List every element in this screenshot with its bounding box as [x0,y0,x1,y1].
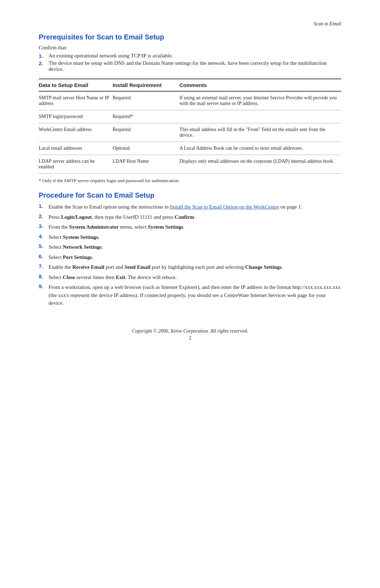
list-item-text: Select System Settings. [49,233,341,241]
table-row: SMTP mail server Host Name or IP address… [39,91,341,110]
list-item-num: 3. [39,223,49,229]
list-item: 1. An existing operational network using… [39,53,341,59]
list-item: 9. From a workstation, open up a web bro… [39,283,341,307]
list-item-text: Press Login/Logout, then type the UserID… [49,213,341,221]
list-item: 3. From the System Administrator menu, s… [39,223,341,231]
list-item: 6. Select Port Settings. [39,253,341,261]
cell-data: LDAP server address can be enabled [39,155,113,174]
list-item-num: 1. [39,203,49,209]
list-item-text: Select Close several times then Exit. Th… [49,273,341,281]
cell-requirement: Required [113,123,179,142]
list-item-num: 4. [39,233,49,239]
list-item-text: Enable the Scan to Email option using th… [49,203,341,211]
cell-data: WorkCentre Email address [39,123,113,142]
col-header-data: Data to Setup Email [39,79,113,91]
list-item-text: From the System Administrator menu, sele… [49,223,341,231]
footer-page-num: 2 [39,335,341,341]
confirm-text: Confirm that: [39,45,341,51]
list-item-text: Select Network Settings. [49,243,341,251]
list-item-num: 7. [39,263,49,269]
cell-comments: This email address will fill in the "Fro… [179,123,341,142]
list-item: 5. Select Network Settings. [39,243,341,251]
col-header-requirement: Install Requirement [113,79,179,91]
cell-comments [179,110,341,123]
list-item-text: An existing operational network using TC… [49,53,341,59]
list-item-num: 2. [39,60,49,66]
prerequisites-title: Prerequisites for Scan to Email Setup [39,33,341,41]
list-item-num: 1. [39,53,49,59]
cell-requirement: LDAP Host Name [113,155,179,174]
list-item-text: From a workstation, open up a web browse… [49,283,341,307]
table-header-row: Data to Setup Email Install Requirement … [39,79,341,91]
cell-data: SMTP login/password [39,110,113,123]
list-item: 2. Press Login/Logout, then type the Use… [39,213,341,221]
list-item-num: 6. [39,253,49,259]
table-row: LDAP server address can be enabled LDAP … [39,155,341,174]
cell-requirement: Required [113,91,179,110]
cell-comments: Displays only email addresses on the cor… [179,155,341,174]
list-item: 2. The device must be setup with DNS and… [39,60,341,72]
list-item: 7. Enable the Receive Email port and Sen… [39,263,341,271]
prerequisites-list: 1. An existing operational network using… [39,53,341,72]
table-row: Local email addresses Optional A Local A… [39,142,341,155]
list-item-text: The device must be setup with DNS and th… [49,60,341,72]
col-header-comments: Comments [179,79,341,91]
list-item-num: 5. [39,243,49,249]
footer-copyright: Copyright © 2006, Xerox Corporation. All… [39,328,341,334]
list-item: 8. Select Close several times then Exit.… [39,273,341,281]
table-footnote: * Only if the SMTP server requires login… [39,178,341,184]
install-link[interactable]: Install the Scan to Email Option on the … [170,204,279,210]
list-item-num: 8. [39,273,49,279]
procedure-title: Procedure for Scan to Email Setup [39,191,341,199]
page-container: Scan to Email Prerequisites for Scan to … [39,0,341,369]
procedure-list: 1. Enable the Scan to Email option using… [39,203,341,307]
cell-comments: If using an external mail server, your I… [179,91,341,110]
cell-data: SMTP mail server Host Name or IP address [39,91,113,110]
setup-table: Data to Setup Email Install Requirement … [39,79,341,174]
table-row: SMTP login/password Required* [39,110,341,123]
cell-requirement: Optional [113,142,179,155]
table-row: WorkCentre Email address Required This e… [39,123,341,142]
cell-requirement: Required* [113,110,179,123]
list-item-num: 2. [39,213,49,219]
list-item-num: 9. [39,283,49,289]
cell-comments: A Local Address Book can be created to s… [179,142,341,155]
header-section-label: Scan to Email [39,21,341,27]
list-item: 4. Select System Settings. [39,233,341,241]
list-item-text: Select Port Settings. [49,253,341,261]
cell-data: Local email addresses [39,142,113,155]
list-item: 1. Enable the Scan to Email option using… [39,203,341,211]
list-item-text: Enable the Receive Email port and Send E… [49,263,341,271]
